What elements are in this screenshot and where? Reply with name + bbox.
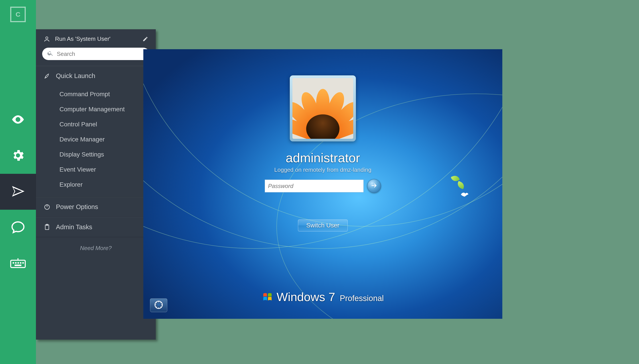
ql-event-viewer[interactable]: Event Viewer [36,162,156,177]
svg-rect-7 [15,265,22,266]
user-icon [44,36,50,42]
actions-panel: Run As 'System User' Quick Launch Comman… [36,29,156,340]
ql-control-panel[interactable]: Control Panel [36,117,156,132]
os-version: 7 [328,290,335,304]
os-brand-line: Windows 7 Professional [262,290,384,304]
chat-icon [11,220,25,235]
quick-launch-label: Quick Launch [56,72,138,80]
ease-of-access-icon [154,300,163,310]
section-admin-tasks: Admin Tasks [36,217,156,237]
svg-rect-3 [15,262,17,264]
need-more-link[interactable]: Need More? [36,237,156,259]
rail-chat[interactable] [0,210,36,246]
admin-tasks-label: Admin Tasks [56,224,138,231]
search-box[interactable] [42,48,150,60]
ql-computer-management[interactable]: Computer Management [36,102,156,117]
decor-leaf [456,181,466,189]
power-icon [44,204,51,210]
clipboard-icon [44,224,51,231]
rocket-icon [44,72,51,80]
decor-bird [460,191,469,198]
os-brand: Windows [276,290,325,304]
rail-keyboard[interactable] [0,246,36,282]
ql-command-prompt[interactable]: Command Prompt [36,87,156,102]
svg-rect-5 [20,262,22,264]
section-head-quick-launch[interactable]: Quick Launch [36,66,156,86]
ease-of-access-button[interactable] [150,298,167,312]
svg-point-0 [17,118,19,121]
svg-point-13 [158,304,160,306]
os-edition: Professional [340,294,384,303]
edit-run-as-button[interactable] [142,36,148,42]
section-quick-launch: Quick Launch Command Prompt Computer Man… [36,66,156,197]
arrow-right-icon [370,182,378,190]
ql-display-settings[interactable]: Display Settings [36,147,156,162]
switch-user-button[interactable]: Switch User [298,220,348,232]
section-head-power-options[interactable]: Power Options [36,197,156,217]
login-username: administrator [285,150,360,165]
run-as-label: Run As 'System User' [55,36,138,42]
svg-rect-1 [11,260,25,268]
search-input[interactable] [57,48,145,60]
rail-settings[interactable] [0,138,36,174]
submit-login-button[interactable] [367,179,381,193]
user-avatar [290,75,356,142]
quick-launch-list: Command Prompt Computer Management Contr… [36,86,156,197]
svg-rect-6 [23,262,24,264]
keyboard-icon [10,256,26,271]
eye-icon [11,112,25,128]
app-logo: C [10,7,26,22]
rail-monitor[interactable] [0,102,36,138]
send-icon [11,184,25,199]
windows-logo-icon [262,291,273,302]
svg-point-8 [46,37,48,39]
section-head-admin-tasks[interactable]: Admin Tasks [36,217,156,237]
login-area: administrator Logged on remotely from dm… [245,75,401,232]
rail-actions[interactable] [0,174,36,210]
ql-explorer[interactable]: Explorer [36,177,156,192]
ql-device-manager[interactable]: Device Manager [36,132,156,147]
gear-icon [11,148,25,164]
svg-rect-2 [13,262,14,264]
search-icon [47,50,54,58]
power-options-label: Power Options [56,203,138,210]
section-power-options: Power Options [36,197,156,217]
remote-screen: administrator Logged on remotely from dm… [143,49,502,319]
login-message: Logged on remotely from dmz-landing [274,166,372,173]
password-input[interactable] [265,180,364,192]
sidebar-rail: C [0,0,36,364]
panel-header: Run As 'System User' [36,29,156,48]
svg-rect-4 [18,262,19,264]
